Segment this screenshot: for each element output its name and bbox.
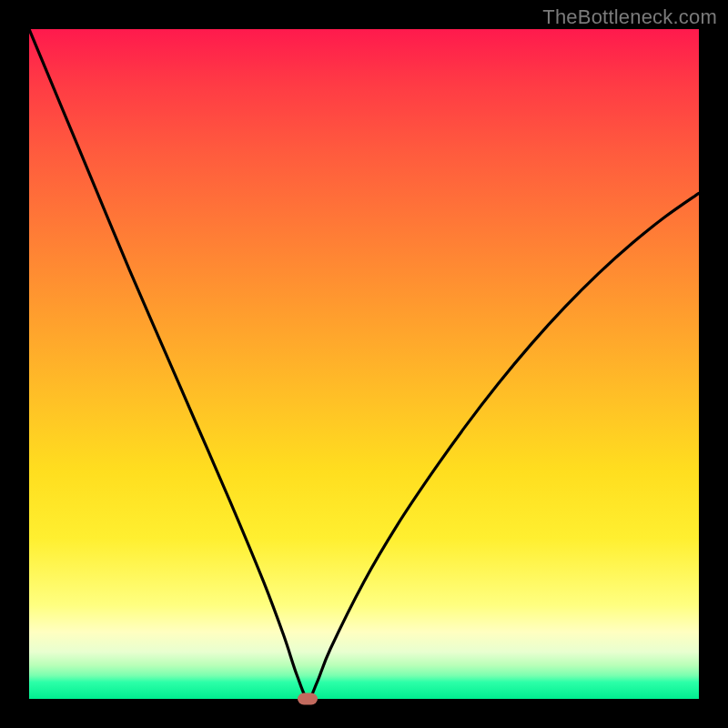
chart-frame: TheBottleneck.com	[0, 0, 728, 728]
minimum-marker	[298, 693, 318, 705]
chart-plot-area	[29, 29, 699, 699]
watermark-label: TheBottleneck.com	[542, 5, 717, 29]
bottleneck-curve	[29, 29, 699, 699]
